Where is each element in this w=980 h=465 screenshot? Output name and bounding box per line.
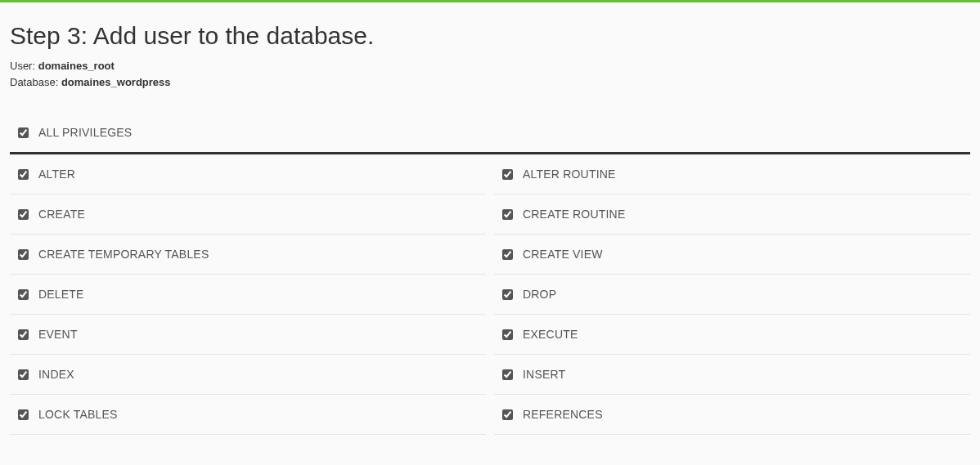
- priv-create-label: CREATE: [38, 208, 85, 221]
- user-label: User:: [10, 60, 35, 72]
- all-privileges-checkbox[interactable]: [18, 127, 29, 138]
- priv-create-routine-checkbox[interactable]: [502, 209, 513, 220]
- priv-alter-routine-label: ALTER ROUTINE: [523, 168, 616, 181]
- priv-execute-label: EXECUTE: [523, 328, 578, 341]
- priv-references-row[interactable]: REFERENCES: [494, 395, 970, 435]
- page-content: Step 3: Add user to the database. User: …: [0, 2, 980, 451]
- database-label: Database:: [10, 76, 58, 88]
- all-privileges-label: ALL PRIVILEGES: [38, 126, 132, 139]
- priv-insert-checkbox[interactable]: [502, 369, 513, 380]
- priv-create-temp-tables-row[interactable]: CREATE TEMPORARY TABLES: [10, 235, 486, 275]
- priv-create-routine-row[interactable]: CREATE ROUTINE: [494, 194, 970, 235]
- priv-alter-checkbox[interactable]: [18, 169, 29, 180]
- page-title: Step 3: Add user to the database.: [10, 22, 970, 50]
- privileges-section: ALL PRIVILEGES ALTER ALTER ROUTINE CREAT…: [10, 113, 970, 435]
- priv-lock-tables-row[interactable]: LOCK TABLES: [10, 395, 486, 435]
- database-line: Database: domaines_wordpress: [10, 74, 970, 91]
- priv-alter-routine-row[interactable]: ALTER ROUTINE: [494, 154, 970, 194]
- priv-create-view-checkbox[interactable]: [502, 249, 513, 260]
- priv-execute-checkbox[interactable]: [502, 329, 513, 340]
- priv-delete-label: DELETE: [38, 288, 84, 301]
- priv-insert-label: INSERT: [523, 368, 565, 381]
- priv-references-label: REFERENCES: [523, 408, 603, 421]
- priv-event-row[interactable]: EVENT: [10, 315, 486, 355]
- priv-index-label: INDEX: [38, 368, 74, 381]
- priv-execute-row[interactable]: EXECUTE: [494, 315, 970, 355]
- priv-delete-row[interactable]: DELETE: [10, 275, 486, 315]
- priv-event-checkbox[interactable]: [18, 329, 29, 340]
- priv-create-row[interactable]: CREATE: [10, 194, 486, 235]
- priv-insert-row[interactable]: INSERT: [494, 355, 970, 395]
- priv-alter-row[interactable]: ALTER: [10, 154, 486, 194]
- user-value: domaines_root: [38, 60, 115, 72]
- priv-alter-routine-checkbox[interactable]: [502, 169, 513, 180]
- database-value: domaines_wordpress: [61, 76, 171, 88]
- priv-create-view-row[interactable]: CREATE VIEW: [494, 235, 970, 275]
- priv-alter-label: ALTER: [38, 168, 75, 181]
- priv-event-label: EVENT: [38, 328, 78, 341]
- privileges-grid: ALTER ALTER ROUTINE CREATE CREATE ROUTIN…: [10, 154, 970, 435]
- all-privileges-row[interactable]: ALL PRIVILEGES: [10, 113, 970, 154]
- priv-index-row[interactable]: INDEX: [10, 355, 486, 395]
- priv-create-temp-tables-checkbox[interactable]: [18, 249, 29, 260]
- priv-create-temp-tables-label: CREATE TEMPORARY TABLES: [38, 248, 209, 261]
- priv-drop-checkbox[interactable]: [502, 289, 513, 300]
- priv-delete-checkbox[interactable]: [18, 289, 29, 300]
- priv-create-checkbox[interactable]: [18, 209, 29, 220]
- user-line: User: domaines_root: [10, 58, 970, 74]
- priv-drop-row[interactable]: DROP: [494, 275, 970, 315]
- priv-lock-tables-label: LOCK TABLES: [38, 408, 118, 421]
- priv-lock-tables-checkbox[interactable]: [18, 409, 29, 420]
- priv-create-routine-label: CREATE ROUTINE: [523, 208, 625, 221]
- priv-index-checkbox[interactable]: [18, 369, 29, 380]
- priv-create-view-label: CREATE VIEW: [523, 248, 603, 261]
- priv-drop-label: DROP: [523, 288, 556, 301]
- priv-references-checkbox[interactable]: [502, 409, 513, 420]
